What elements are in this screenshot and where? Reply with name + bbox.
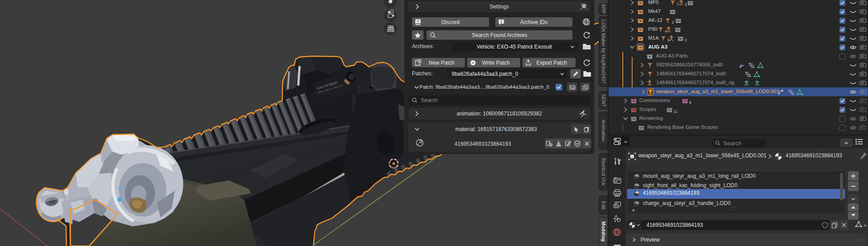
svg-text:12: 12 xyxy=(674,109,677,114)
svg-text:6: 6 xyxy=(689,100,691,105)
svg-text:2: 2 xyxy=(672,20,674,25)
svg-text:?: ? xyxy=(417,19,420,24)
svg-text:2: 2 xyxy=(685,38,687,42)
